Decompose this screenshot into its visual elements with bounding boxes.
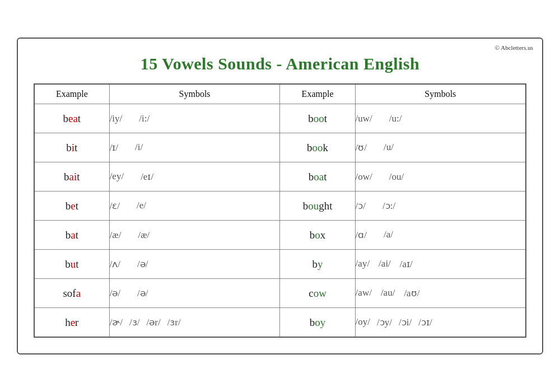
example-cell-right: boot — [280, 104, 355, 133]
symbols-cell-left: /iy//i:/ — [109, 104, 280, 133]
main-title: 15 Vowels Sounds - American English — [34, 54, 526, 73]
symbols-cell-right: /ay//ai//aɪ/ — [355, 250, 526, 279]
symbols-cell-right: /oy//ɔy//ɔi//ɔɪ/ — [355, 308, 526, 337]
symbols-cell-left: /ɚ//ɜ//ər//ɜr/ — [109, 308, 280, 337]
example-cell-left: sofa — [34, 279, 109, 308]
copyright-text: © Abcletters.us — [495, 44, 533, 51]
symbols-cell-right: /ʊ//u/ — [355, 133, 526, 162]
table-row: her/ɚ//ɜ//ər//ɜr/boy/oy//ɔy//ɔi//ɔɪ/ — [34, 308, 526, 337]
symbols-cell-right: /uw//u:/ — [355, 104, 526, 133]
col2-header: Symbols — [109, 84, 280, 104]
table-row: bait/ey//eɪ/boat/ow//ou/ — [34, 162, 526, 192]
example-cell-left: bait — [34, 162, 109, 192]
example-cell-right: book — [280, 133, 355, 162]
table-row: bat/æ//æ/box/ɑ//a/ — [34, 221, 526, 250]
symbols-cell-left: /ey//eɪ/ — [109, 162, 280, 192]
example-cell-right: bought — [280, 192, 355, 221]
example-cell-left: beat — [34, 104, 109, 133]
example-cell-right: boy — [280, 308, 355, 337]
table-row: but/ʌ//ə/by/ay//ai//aɪ/ — [34, 250, 526, 279]
col4-header: Symbols — [355, 84, 526, 104]
symbols-cell-left: /ʌ//ə/ — [109, 250, 280, 279]
example-cell-right: boat — [280, 162, 355, 192]
table-row: beat/iy//i:/boot/uw//u:/ — [34, 104, 526, 133]
example-cell-left: bet — [34, 192, 109, 221]
col3-header: Example — [280, 84, 355, 104]
table-row: sofa/ə//ə/cow/aw//au//aʊ/ — [34, 279, 526, 308]
example-cell-left: bat — [34, 221, 109, 250]
symbols-cell-left: /ɪ//i/ — [109, 133, 280, 162]
symbols-cell-left: /ɛ//e/ — [109, 192, 280, 221]
symbols-cell-right: /ɑ//a/ — [355, 221, 526, 250]
example-cell-right: box — [280, 221, 355, 250]
example-cell-left: but — [34, 250, 109, 279]
symbols-cell-right: /ɔ//ɔ:/ — [355, 192, 526, 221]
symbols-cell-right: /ow//ou/ — [355, 162, 526, 192]
col1-header: Example — [34, 84, 109, 104]
example-cell-right: cow — [280, 279, 355, 308]
example-cell-left: her — [34, 308, 109, 337]
symbols-cell-left: /æ//æ/ — [109, 221, 280, 250]
table-header-row: Example Symbols Example Symbols — [34, 84, 526, 104]
example-cell-right: by — [280, 250, 355, 279]
symbols-cell-left: /ə//ə/ — [109, 279, 280, 308]
symbols-cell-right: /aw//au//aʊ/ — [355, 279, 526, 308]
page-wrapper: © Abcletters.us 15 Vowels Sounds - Ameri… — [17, 38, 543, 354]
table-row: bet/ɛ//e/bought/ɔ//ɔ:/ — [34, 192, 526, 221]
table-row: bit/ɪ//i/book/ʊ//u/ — [34, 133, 526, 162]
example-cell-left: bit — [34, 133, 109, 162]
vowel-table: Example Symbols Example Symbols beat/iy/… — [34, 83, 526, 338]
